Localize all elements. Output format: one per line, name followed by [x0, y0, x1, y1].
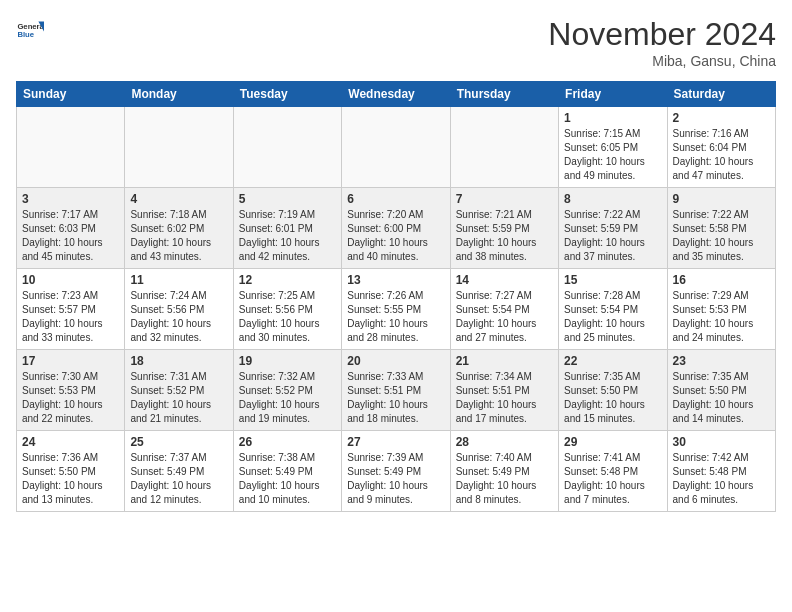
day-info: Sunrise: 7:31 AM Sunset: 5:52 PM Dayligh…	[130, 370, 227, 426]
calendar-day-cell: 1Sunrise: 7:15 AM Sunset: 6:05 PM Daylig…	[559, 107, 667, 188]
calendar-day-cell: 27Sunrise: 7:39 AM Sunset: 5:49 PM Dayli…	[342, 431, 450, 512]
calendar-day-cell	[125, 107, 233, 188]
calendar-table: SundayMondayTuesdayWednesdayThursdayFrid…	[16, 81, 776, 512]
logo-icon: General Blue	[16, 16, 44, 44]
day-number: 18	[130, 354, 227, 368]
day-number: 17	[22, 354, 119, 368]
title-block: November 2024 Miba, Gansu, China	[548, 16, 776, 69]
svg-text:Blue: Blue	[17, 30, 34, 39]
day-number: 7	[456, 192, 553, 206]
day-info: Sunrise: 7:35 AM Sunset: 5:50 PM Dayligh…	[564, 370, 661, 426]
page-header: General Blue November 2024 Miba, Gansu, …	[16, 16, 776, 69]
day-number: 15	[564, 273, 661, 287]
day-number: 1	[564, 111, 661, 125]
calendar-day-cell: 21Sunrise: 7:34 AM Sunset: 5:51 PM Dayli…	[450, 350, 558, 431]
calendar-weekday-header: Monday	[125, 82, 233, 107]
calendar-day-cell: 14Sunrise: 7:27 AM Sunset: 5:54 PM Dayli…	[450, 269, 558, 350]
day-info: Sunrise: 7:32 AM Sunset: 5:52 PM Dayligh…	[239, 370, 336, 426]
day-number: 11	[130, 273, 227, 287]
calendar-day-cell: 10Sunrise: 7:23 AM Sunset: 5:57 PM Dayli…	[17, 269, 125, 350]
calendar-day-cell: 8Sunrise: 7:22 AM Sunset: 5:59 PM Daylig…	[559, 188, 667, 269]
day-info: Sunrise: 7:28 AM Sunset: 5:54 PM Dayligh…	[564, 289, 661, 345]
day-info: Sunrise: 7:19 AM Sunset: 6:01 PM Dayligh…	[239, 208, 336, 264]
day-number: 5	[239, 192, 336, 206]
day-info: Sunrise: 7:39 AM Sunset: 5:49 PM Dayligh…	[347, 451, 444, 507]
day-number: 13	[347, 273, 444, 287]
day-info: Sunrise: 7:40 AM Sunset: 5:49 PM Dayligh…	[456, 451, 553, 507]
calendar-body: 1Sunrise: 7:15 AM Sunset: 6:05 PM Daylig…	[17, 107, 776, 512]
calendar-week-row: 1Sunrise: 7:15 AM Sunset: 6:05 PM Daylig…	[17, 107, 776, 188]
calendar-day-cell: 22Sunrise: 7:35 AM Sunset: 5:50 PM Dayli…	[559, 350, 667, 431]
day-info: Sunrise: 7:37 AM Sunset: 5:49 PM Dayligh…	[130, 451, 227, 507]
calendar-day-cell	[342, 107, 450, 188]
day-number: 22	[564, 354, 661, 368]
calendar-day-cell	[450, 107, 558, 188]
day-number: 10	[22, 273, 119, 287]
day-number: 25	[130, 435, 227, 449]
calendar-day-cell: 20Sunrise: 7:33 AM Sunset: 5:51 PM Dayli…	[342, 350, 450, 431]
calendar-day-cell: 30Sunrise: 7:42 AM Sunset: 5:48 PM Dayli…	[667, 431, 775, 512]
day-info: Sunrise: 7:35 AM Sunset: 5:50 PM Dayligh…	[673, 370, 770, 426]
day-number: 3	[22, 192, 119, 206]
day-info: Sunrise: 7:30 AM Sunset: 5:53 PM Dayligh…	[22, 370, 119, 426]
day-number: 23	[673, 354, 770, 368]
calendar-weekday-header: Wednesday	[342, 82, 450, 107]
day-info: Sunrise: 7:22 AM Sunset: 5:58 PM Dayligh…	[673, 208, 770, 264]
day-number: 28	[456, 435, 553, 449]
day-info: Sunrise: 7:38 AM Sunset: 5:49 PM Dayligh…	[239, 451, 336, 507]
calendar-week-row: 3Sunrise: 7:17 AM Sunset: 6:03 PM Daylig…	[17, 188, 776, 269]
day-info: Sunrise: 7:16 AM Sunset: 6:04 PM Dayligh…	[673, 127, 770, 183]
day-info: Sunrise: 7:22 AM Sunset: 5:59 PM Dayligh…	[564, 208, 661, 264]
day-number: 4	[130, 192, 227, 206]
calendar-day-cell: 12Sunrise: 7:25 AM Sunset: 5:56 PM Dayli…	[233, 269, 341, 350]
day-number: 30	[673, 435, 770, 449]
day-info: Sunrise: 7:25 AM Sunset: 5:56 PM Dayligh…	[239, 289, 336, 345]
calendar-day-cell: 9Sunrise: 7:22 AM Sunset: 5:58 PM Daylig…	[667, 188, 775, 269]
calendar-weekday-header: Friday	[559, 82, 667, 107]
calendar-week-row: 24Sunrise: 7:36 AM Sunset: 5:50 PM Dayli…	[17, 431, 776, 512]
calendar-day-cell: 7Sunrise: 7:21 AM Sunset: 5:59 PM Daylig…	[450, 188, 558, 269]
day-number: 8	[564, 192, 661, 206]
calendar-weekday-header: Thursday	[450, 82, 558, 107]
calendar-day-cell: 6Sunrise: 7:20 AM Sunset: 6:00 PM Daylig…	[342, 188, 450, 269]
day-info: Sunrise: 7:41 AM Sunset: 5:48 PM Dayligh…	[564, 451, 661, 507]
day-number: 14	[456, 273, 553, 287]
calendar-day-cell: 2Sunrise: 7:16 AM Sunset: 6:04 PM Daylig…	[667, 107, 775, 188]
day-info: Sunrise: 7:15 AM Sunset: 6:05 PM Dayligh…	[564, 127, 661, 183]
day-number: 9	[673, 192, 770, 206]
calendar-week-row: 10Sunrise: 7:23 AM Sunset: 5:57 PM Dayli…	[17, 269, 776, 350]
calendar-day-cell: 3Sunrise: 7:17 AM Sunset: 6:03 PM Daylig…	[17, 188, 125, 269]
day-number: 6	[347, 192, 444, 206]
calendar-day-cell: 24Sunrise: 7:36 AM Sunset: 5:50 PM Dayli…	[17, 431, 125, 512]
calendar-day-cell: 16Sunrise: 7:29 AM Sunset: 5:53 PM Dayli…	[667, 269, 775, 350]
day-info: Sunrise: 7:17 AM Sunset: 6:03 PM Dayligh…	[22, 208, 119, 264]
day-number: 29	[564, 435, 661, 449]
calendar-day-cell: 23Sunrise: 7:35 AM Sunset: 5:50 PM Dayli…	[667, 350, 775, 431]
calendar-day-cell	[17, 107, 125, 188]
calendar-day-cell: 19Sunrise: 7:32 AM Sunset: 5:52 PM Dayli…	[233, 350, 341, 431]
calendar-day-cell: 29Sunrise: 7:41 AM Sunset: 5:48 PM Dayli…	[559, 431, 667, 512]
month-title: November 2024	[548, 16, 776, 53]
calendar-weekday-header: Tuesday	[233, 82, 341, 107]
calendar-day-cell: 4Sunrise: 7:18 AM Sunset: 6:02 PM Daylig…	[125, 188, 233, 269]
day-number: 24	[22, 435, 119, 449]
day-number: 27	[347, 435, 444, 449]
calendar-day-cell: 11Sunrise: 7:24 AM Sunset: 5:56 PM Dayli…	[125, 269, 233, 350]
day-info: Sunrise: 7:18 AM Sunset: 6:02 PM Dayligh…	[130, 208, 227, 264]
location: Miba, Gansu, China	[548, 53, 776, 69]
day-info: Sunrise: 7:21 AM Sunset: 5:59 PM Dayligh…	[456, 208, 553, 264]
day-info: Sunrise: 7:42 AM Sunset: 5:48 PM Dayligh…	[673, 451, 770, 507]
day-info: Sunrise: 7:34 AM Sunset: 5:51 PM Dayligh…	[456, 370, 553, 426]
calendar-week-row: 17Sunrise: 7:30 AM Sunset: 5:53 PM Dayli…	[17, 350, 776, 431]
day-number: 2	[673, 111, 770, 125]
calendar-day-cell: 5Sunrise: 7:19 AM Sunset: 6:01 PM Daylig…	[233, 188, 341, 269]
calendar-day-cell: 25Sunrise: 7:37 AM Sunset: 5:49 PM Dayli…	[125, 431, 233, 512]
calendar-day-cell: 18Sunrise: 7:31 AM Sunset: 5:52 PM Dayli…	[125, 350, 233, 431]
calendar-day-cell: 26Sunrise: 7:38 AM Sunset: 5:49 PM Dayli…	[233, 431, 341, 512]
day-info: Sunrise: 7:29 AM Sunset: 5:53 PM Dayligh…	[673, 289, 770, 345]
day-info: Sunrise: 7:24 AM Sunset: 5:56 PM Dayligh…	[130, 289, 227, 345]
day-info: Sunrise: 7:36 AM Sunset: 5:50 PM Dayligh…	[22, 451, 119, 507]
calendar-day-cell: 17Sunrise: 7:30 AM Sunset: 5:53 PM Dayli…	[17, 350, 125, 431]
calendar-day-cell: 15Sunrise: 7:28 AM Sunset: 5:54 PM Dayli…	[559, 269, 667, 350]
calendar-weekday-header: Saturday	[667, 82, 775, 107]
